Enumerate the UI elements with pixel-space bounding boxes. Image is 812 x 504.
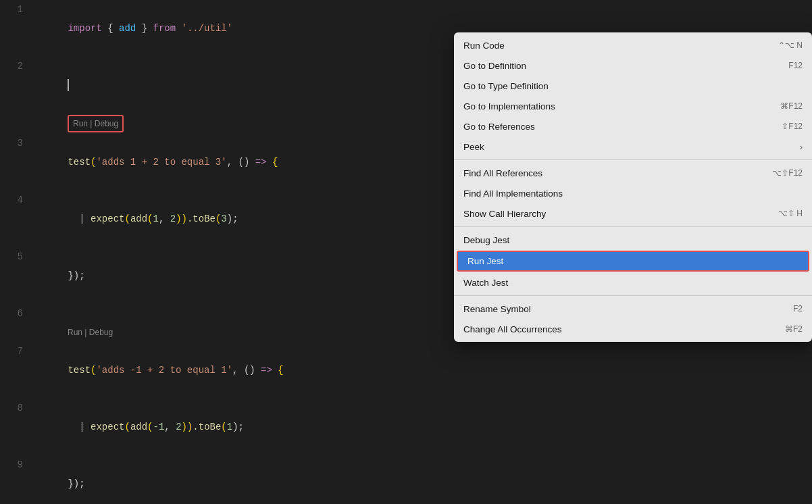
line-number-5: 5: [0, 247, 34, 266]
menu-item-run-code-shortcut: ⌃⌥ N: [778, 41, 803, 50]
line-number-3: 3: [0, 134, 34, 153]
menu-item-find-all-references[interactable]: Find All References ⌥⇧F12: [454, 163, 812, 183]
menu-item-rename-symbol-label: Rename Symbol: [463, 304, 531, 314]
menu-item-watch-jest[interactable]: Watch Jest: [454, 272, 812, 293]
line-content-9: });: [34, 455, 812, 504]
menu-item-go-to-implementations[interactable]: Go to Implementations ⌘F12: [454, 96, 812, 116]
menu-item-run-jest[interactable]: Run Jest: [457, 251, 809, 272]
menu-item-go-to-implementations-shortcut: ⌘F12: [780, 101, 803, 111]
menu-item-change-all-occurrences[interactable]: Change All Occurrences ⌘F2: [454, 319, 812, 339]
menu-item-find-all-references-shortcut: ⌥⇧F12: [772, 168, 803, 178]
menu-item-go-to-definition-label: Go to Definition: [463, 61, 526, 71]
menu-item-go-to-implementations-label: Go to Implementations: [463, 101, 555, 111]
line-number-6: 6: [0, 304, 34, 323]
line-number-1: 1: [0, 0, 34, 19]
line-number-9: 9: [0, 455, 34, 474]
code-line-7: 7 test('adds -1 + 2 to equal 1', () => {: [0, 342, 812, 399]
menu-item-rename-symbol-shortcut: F2: [793, 304, 803, 313]
menu-item-find-all-references-label: Find All References: [463, 168, 542, 178]
menu-item-run-jest-label: Run Jest: [467, 256, 503, 266]
menu-item-go-to-definition-shortcut: F12: [788, 61, 803, 70]
run-debug-label-2[interactable]: Run | Debug: [68, 324, 113, 341]
line-content-7: test('adds -1 + 2 to equal 1', () => {: [34, 342, 812, 399]
menu-item-go-to-type-definition-label: Go to Type Definition: [463, 81, 549, 91]
text-cursor: [68, 79, 69, 91]
line-number-8: 8: [0, 399, 34, 418]
menu-item-go-to-references-shortcut: ⇧F12: [782, 122, 803, 131]
menu-item-go-to-type-definition[interactable]: Go to Type Definition: [454, 76, 812, 96]
menu-item-go-to-definition[interactable]: Go to Definition F12: [454, 55, 812, 76]
menu-divider-2: [454, 226, 812, 227]
menu-item-peek-label: Peek: [463, 142, 484, 152]
menu-item-go-to-references[interactable]: Go to References ⇧F12: [454, 116, 812, 136]
menu-divider-3: [454, 295, 812, 296]
menu-item-go-to-references-label: Go to References: [463, 122, 535, 132]
context-menu: Run Code ⌃⌥ N Go to Definition F12 Go to…: [454, 32, 812, 342]
menu-item-show-call-hierarchy[interactable]: Show Call Hierarchy ⌥⇧ H: [454, 203, 812, 224]
line-number-7: 7: [0, 342, 34, 361]
menu-item-change-all-occurrences-label: Change All Occurrences: [463, 324, 562, 334]
line-number-4: 4: [0, 191, 34, 209]
menu-item-run-code[interactable]: Run Code ⌃⌥ N: [454, 35, 812, 55]
code-line-9: 9 });: [0, 455, 812, 504]
run-debug-highlighted[interactable]: Run | Debug: [68, 115, 124, 132]
menu-item-change-all-occurrences-shortcut: ⌘F2: [785, 324, 803, 334]
menu-item-show-call-hierarchy-shortcut: ⌥⇧ H: [778, 209, 803, 218]
line-number-2: 2: [0, 57, 34, 76]
menu-item-show-call-hierarchy-label: Show Call Hierarchy: [463, 209, 546, 219]
menu-item-debug-jest[interactable]: Debug Jest: [454, 230, 812, 250]
line-content-8: | expect(add(-1, 2)).toBe(1);: [34, 399, 812, 455]
menu-item-find-all-implementations[interactable]: Find All Implementations: [454, 183, 812, 203]
menu-divider-1: [454, 159, 812, 160]
menu-item-run-code-label: Run Code: [463, 41, 505, 51]
peek-arrow-icon: ›: [800, 142, 803, 152]
menu-item-rename-symbol[interactable]: Rename Symbol F2: [454, 299, 812, 319]
code-line-8: 8 | expect(add(-1, 2)).toBe(1);: [0, 399, 812, 455]
menu-item-find-all-implementations-label: Find All Implementations: [463, 188, 563, 199]
menu-item-debug-jest-label: Debug Jest: [463, 235, 509, 245]
menu-item-peek[interactable]: Peek ›: [454, 136, 812, 157]
menu-item-watch-jest-label: Watch Jest: [463, 278, 508, 288]
